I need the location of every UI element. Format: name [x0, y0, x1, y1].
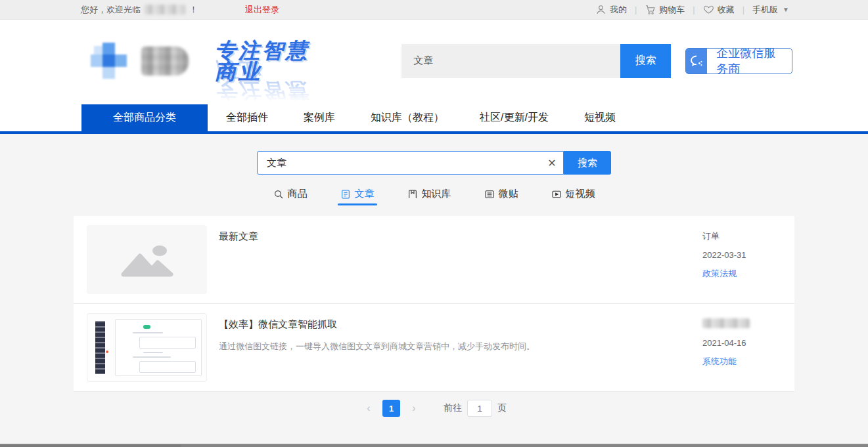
my-account-link[interactable]: 我的: [595, 4, 627, 16]
favorites-link[interactable]: 收藏: [703, 4, 735, 16]
site-logo[interactable]: [91, 43, 189, 79]
result-type-tabs: 商品 文章 知识库 微贴 短视频: [0, 188, 868, 205]
tab-articles[interactable]: 文章: [340, 188, 375, 205]
site-header: 专注智慧商业 专注智慧商业 搜索 企业微信服务商: [0, 20, 868, 102]
thumb-admin-badge: [106, 351, 108, 353]
result-search-box: ✕: [257, 151, 564, 175]
nav-all-categories[interactable]: 全部商品分类: [81, 104, 208, 131]
header-search-input[interactable]: [401, 44, 620, 78]
image-placeholder-icon: [116, 239, 179, 281]
blurred-username: [145, 5, 185, 14]
wechat-work-button[interactable]: 企业微信服务商: [685, 48, 792, 74]
book-icon: [407, 189, 418, 200]
thumb-toggle: [143, 325, 150, 329]
article-icon: [340, 189, 351, 200]
nav-all-plugins[interactable]: 全部插件: [209, 104, 285, 131]
result-date: 2021-04-16: [702, 338, 781, 348]
cart-label: 购物车: [659, 4, 685, 16]
greeting-suffix: ！: [189, 4, 198, 16]
video-icon: [551, 189, 562, 200]
nav-community[interactable]: 社区/更新/开发: [463, 104, 566, 131]
result-category-link[interactable]: 政策法规: [702, 268, 781, 280]
cart-link[interactable]: 购物车: [645, 4, 685, 16]
goto-label: 前往: [444, 402, 462, 414]
tab-videos[interactable]: 短视频: [551, 188, 595, 205]
article-thumbnail-screenshot: [87, 313, 207, 382]
result-description: 通过微信图文链接，一键导入微信图文文章到商城文章营销中，减少手动发布时间。: [219, 340, 683, 353]
greeting-text: 您好，欢迎光临: [81, 4, 141, 16]
chevron-down-icon: ▼: [783, 6, 789, 13]
pagination: ‹ 1 › 前往 页: [0, 400, 868, 417]
logo-mark-icon: [91, 43, 127, 79]
divider: |: [742, 5, 744, 14]
header-search-button[interactable]: 搜索: [620, 44, 671, 78]
favorites-label: 收藏: [718, 4, 735, 16]
tab-posts-label: 微贴: [499, 188, 518, 200]
thumb-admin-sidebar: [92, 317, 108, 378]
wechat-work-icon: [686, 49, 707, 74]
user-icon: [595, 4, 606, 15]
mobile-version-menu[interactable]: 手机版 ▼: [752, 4, 789, 16]
tab-products[interactable]: 商品: [273, 188, 308, 205]
main-nav: 全部商品分类 全部插件 案例库 知识库（教程） 社区/更新/开发 短视频: [0, 102, 868, 134]
my-account-label: 我的: [610, 4, 627, 16]
result-date: 2022-03-31: [702, 250, 781, 260]
search-icon: [273, 189, 284, 200]
result-meta-top: 订单: [702, 230, 781, 242]
result-title[interactable]: 【效率】微信文章智能抓取: [219, 318, 683, 331]
result-row[interactable]: 最新文章 订单 2022-03-31 政策法规: [74, 216, 794, 304]
mobile-version-label: 手机版: [752, 4, 778, 16]
footer-edge-segment: [0, 444, 181, 447]
divider: |: [635, 5, 637, 14]
clear-icon[interactable]: ✕: [541, 157, 563, 169]
page-number-1[interactable]: 1: [382, 400, 400, 417]
brand-slogan: 专注智慧商业 专注智慧商业: [215, 40, 332, 82]
nav-case-library[interactable]: 案例库: [286, 104, 352, 131]
result-search-input[interactable]: [258, 158, 541, 169]
next-page-icon[interactable]: ›: [407, 402, 421, 414]
prev-page-icon[interactable]: ‹: [361, 402, 376, 414]
article-thumbnail-placeholder: [87, 225, 207, 294]
thumb-admin-panel: [115, 319, 202, 376]
result-title[interactable]: 最新文章: [219, 230, 683, 243]
nav-knowledge-base[interactable]: 知识库（教程）: [354, 104, 461, 131]
footer-edge: [0, 444, 868, 447]
result-category-link[interactable]: 系统功能: [702, 356, 781, 368]
result-search-row: ✕ 搜索: [0, 134, 868, 175]
wechat-work-label: 企业微信服务商: [707, 49, 792, 74]
topbar: 您好，欢迎光临 ！ 退出登录 我的 | 购物车 | 收藏 | 手机版: [0, 0, 868, 20]
divider: |: [693, 5, 695, 14]
result-row[interactable]: 【效率】微信文章智能抓取 通过微信图文链接，一键导入微信图文文章到商城文章营销中…: [74, 304, 794, 392]
heart-icon: [703, 4, 714, 15]
blurred-meta: [702, 318, 750, 328]
tab-products-label: 商品: [288, 188, 308, 200]
list-icon: [484, 189, 495, 200]
blurred-logo-text: [141, 47, 189, 75]
tab-videos-label: 短视频: [566, 188, 595, 200]
result-search-button[interactable]: 搜索: [564, 151, 611, 175]
logout-link[interactable]: 退出登录: [245, 4, 279, 16]
goto-page-input[interactable]: [467, 400, 492, 417]
tab-articles-label: 文章: [355, 188, 375, 200]
brand-slogan-reflection: 专注智慧商业: [215, 60, 332, 102]
tab-knowledge-label: 知识库: [422, 188, 451, 200]
main-content: ✕ 搜索 商品 文章 知识库 微贴 短视频: [0, 134, 868, 444]
page-unit-label: 页: [497, 402, 507, 414]
tab-posts[interactable]: 微贴: [484, 188, 518, 205]
cart-icon: [645, 4, 656, 15]
nav-short-video[interactable]: 短视频: [567, 104, 633, 131]
header-search: 搜索: [401, 44, 671, 78]
tab-knowledge[interactable]: 知识库: [407, 188, 451, 205]
results-list: 最新文章 订单 2022-03-31 政策法规: [74, 216, 794, 392]
